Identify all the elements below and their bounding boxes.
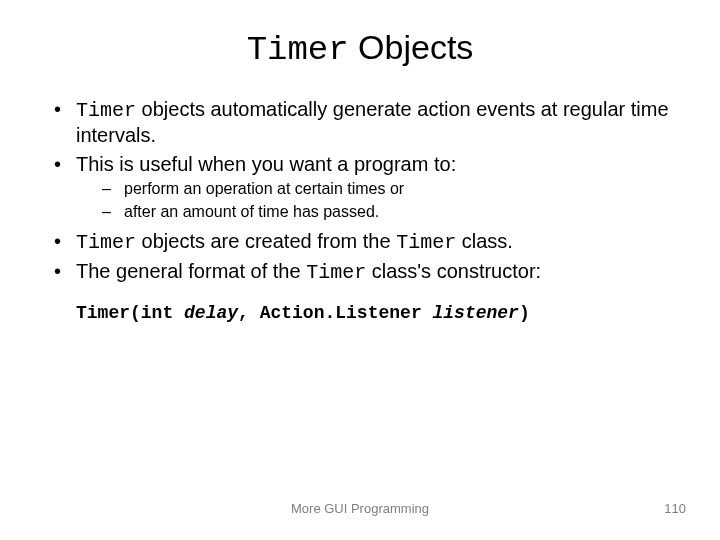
bullet-4-post: class's constructor: xyxy=(366,260,541,282)
bullet-3-end: class. xyxy=(456,230,513,252)
code-arg2: listener xyxy=(432,303,518,323)
title-rest: Objects xyxy=(349,28,474,66)
bullet-2-text: This is useful when you want a program t… xyxy=(76,153,456,175)
bullet-4: The general format of the Timer class's … xyxy=(48,259,672,285)
footer-text: More GUI Programming xyxy=(0,501,720,516)
bullet-1-code: Timer xyxy=(76,99,136,122)
code-p3: ) xyxy=(519,303,530,323)
title-code: Timer xyxy=(247,31,349,69)
bullet-3-code1: Timer xyxy=(76,231,136,254)
code-arg1: delay xyxy=(184,303,238,323)
sub-1: perform an operation at certain times or xyxy=(76,179,672,200)
slide-body: Timer Objects Timer objects automaticall… xyxy=(0,0,720,323)
bullet-4-code: Timer xyxy=(306,261,366,284)
code-p2: , Action.Listener xyxy=(238,303,432,323)
constructor-code: Timer(int delay, Action.Listener listene… xyxy=(48,303,672,323)
bullet-1-text: objects automatically generate action ev… xyxy=(76,98,669,146)
bullet-3-code2: Timer xyxy=(396,231,456,254)
slide-title: Timer Objects xyxy=(48,28,672,69)
bullet-4-pre: The general format of the xyxy=(76,260,306,282)
sub-2: after an amount of time has passed. xyxy=(76,202,672,223)
bullet-3-mid: objects are created from the xyxy=(136,230,396,252)
bullet-3: Timer objects are created from the Timer… xyxy=(48,229,672,255)
sub-list: perform an operation at certain times or… xyxy=(76,179,672,223)
bullet-1: Timer objects automatically generate act… xyxy=(48,97,672,148)
bullet-2: This is useful when you want a program t… xyxy=(48,152,672,223)
bullet-list: Timer objects automatically generate act… xyxy=(48,97,672,285)
code-p1: Timer(int xyxy=(76,303,184,323)
page-number: 110 xyxy=(664,501,686,516)
